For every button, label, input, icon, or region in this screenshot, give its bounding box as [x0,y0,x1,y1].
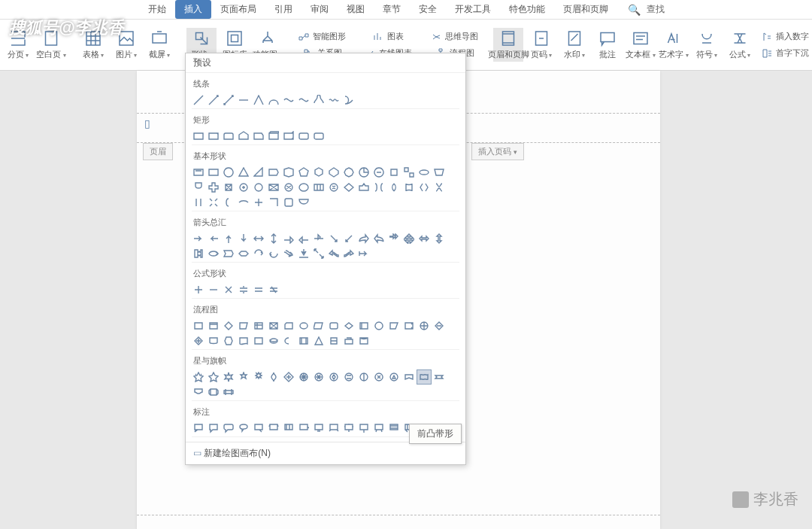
tab-2[interactable]: 页面布局 [211,0,265,19]
shape-5-27[interactable] [342,334,356,348]
shape-6-9[interactable] [327,370,341,384]
shape-2-14[interactable] [402,166,416,179]
shape-6-16[interactable] [432,370,446,384]
shape-3-3[interactable] [237,232,250,245]
ribbon-mindmap[interactable]: 思维导图 [427,29,481,44]
shape-5-25[interactable] [312,334,326,348]
shape-6-17[interactable] [192,385,205,399]
shape-1-0[interactable] [192,129,205,143]
ribbon-symbol[interactable]: 符号 [692,28,722,62]
shape-6-12[interactable] [372,370,386,384]
shape-2-11[interactable] [357,166,371,179]
shape-2-33[interactable] [432,181,446,194]
tab-3[interactable]: 引用 [265,0,301,19]
shape-3-25[interactable] [312,247,326,260]
shape-3-26[interactable] [327,247,341,260]
shape-5-20[interactable] [237,334,250,348]
shape-7-8[interactable] [312,421,326,435]
shape-6-10[interactable] [342,370,356,384]
shape-3-24[interactable] [297,247,311,260]
shape-5-6[interactable] [282,319,295,333]
shape-2-30[interactable] [387,181,401,194]
shape-1-1[interactable] [207,129,220,143]
shape-2-22[interactable] [267,181,280,194]
shape-6-4[interactable] [252,370,265,384]
ribbon-page-number[interactable]: 页码 [526,28,556,62]
shape-5-9[interactable] [327,319,341,333]
shape-3-19[interactable] [222,247,235,260]
shape-0-0[interactable] [192,93,205,107]
shape-5-5[interactable] [267,319,280,333]
shape-2-25[interactable] [312,181,326,194]
shape-1-6[interactable] [282,129,295,143]
shape-0-3[interactable] [237,93,250,107]
ribbon-screenshot[interactable]: 截屏 [144,28,174,62]
shape-3-8[interactable] [312,232,326,245]
shape-2-17[interactable] [192,181,205,194]
shape-3-14[interactable] [402,232,416,245]
shape-5-4[interactable] [252,319,265,333]
shape-2-18[interactable] [207,181,220,194]
shape-2-31[interactable] [402,181,416,194]
shape-0-5[interactable] [267,93,280,107]
shape-5-14[interactable] [402,319,416,333]
shape-5-15[interactable] [417,319,431,333]
shape-4-3[interactable] [237,283,250,296]
shape-2-23[interactable] [282,181,295,194]
shape-5-11[interactable] [357,319,371,333]
shape-3-16[interactable] [432,232,446,245]
shape-7-3[interactable] [237,421,250,435]
ribbon-smart-graphic[interactable]: 智能图形 [295,29,349,44]
shape-3-20[interactable] [237,247,250,260]
tab-9[interactable]: 特色功能 [500,0,554,19]
shape-2-20[interactable] [237,181,250,194]
ribbon-wordart[interactable]: 艺术字 [659,28,689,62]
shape-0-8[interactable] [312,93,326,107]
shape-5-26[interactable] [327,334,341,348]
shape-4-2[interactable] [222,283,235,296]
shape-2-38[interactable] [252,196,265,209]
shape-5-7[interactable] [297,319,311,333]
shape-2-36[interactable] [222,196,235,209]
shape-6-1[interactable] [207,370,220,384]
shape-2-21[interactable] [252,181,265,194]
new-canvas-button[interactable]: 新建绘图画布(N) [186,442,465,464]
shape-2-19[interactable] [222,181,235,194]
shape-2-6[interactable] [282,166,295,179]
shape-3-2[interactable] [222,232,235,245]
shape-6-14[interactable] [402,370,416,384]
shape-3-13[interactable] [387,232,401,245]
shape-5-0[interactable] [192,319,205,333]
shape-7-13[interactable] [387,421,401,435]
shape-5-21[interactable] [252,334,265,348]
shape-3-5[interactable] [267,232,280,245]
shape-3-18[interactable] [207,247,220,260]
shape-1-7[interactable] [297,129,311,143]
shape-6-5[interactable] [267,370,280,384]
shape-7-10[interactable] [342,421,356,435]
shape-4-1[interactable] [207,283,220,296]
shape-6-15[interactable] [417,370,431,384]
shape-2-28[interactable] [357,181,371,194]
shape-2-15[interactable] [417,166,431,179]
shape-2-4[interactable] [252,166,265,179]
shape-5-28[interactable] [357,334,371,348]
shape-3-6[interactable] [282,232,295,245]
tab-4[interactable]: 审阅 [301,0,338,19]
shape-0-7[interactable] [297,93,311,107]
shape-1-8[interactable] [312,129,326,143]
shape-3-22[interactable] [267,247,280,260]
shape-5-3[interactable] [237,319,250,333]
shape-6-19[interactable] [222,385,235,399]
shape-7-2[interactable] [222,421,235,435]
shape-5-23[interactable] [282,334,295,348]
ribbon-chart[interactable]: 图表 [361,29,415,44]
shape-0-1[interactable] [207,93,220,107]
shape-6-8[interactable] [312,370,326,384]
shape-3-0[interactable] [192,232,205,245]
shape-5-2[interactable] [222,319,235,333]
shape-3-28[interactable] [357,247,371,260]
shape-2-29[interactable] [372,181,386,194]
shape-2-9[interactable] [327,166,341,179]
ribbon-drop-cap[interactable]: 首字下沉 [758,46,812,61]
